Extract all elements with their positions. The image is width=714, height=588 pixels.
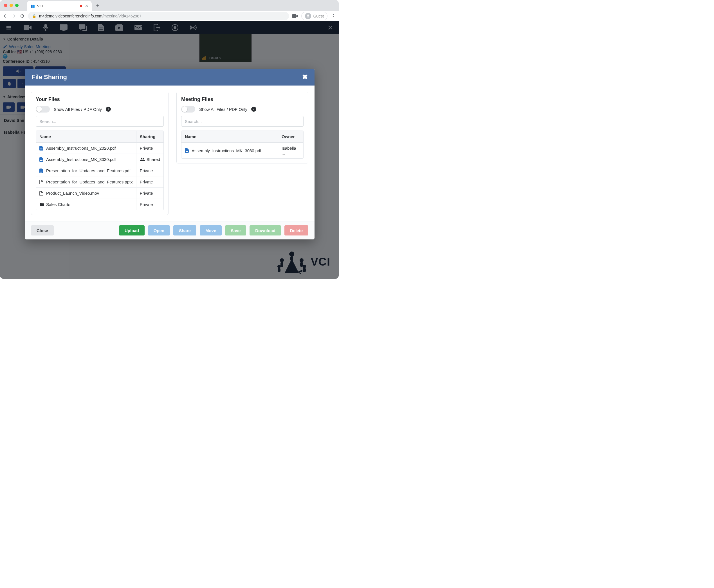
tab-favicon-icon: 👥 <box>30 4 35 8</box>
shared-users-icon <box>140 158 145 161</box>
pdf-file-icon <box>39 146 43 150</box>
profile-button[interactable]: Guest <box>301 12 328 20</box>
toggle-label: Show All Files / PDF Only <box>54 107 102 112</box>
camera-permission-icon[interactable] <box>292 14 298 18</box>
file-name: Assembly_Instructions_MK_2020.pdf <box>46 146 116 150</box>
folder-icon <box>39 203 43 206</box>
tab-bar: 👥 VCI ✕ ＋ <box>0 0 339 11</box>
file-sharing-modal: File Sharing ✖ Your Files Show All Files… <box>25 69 315 239</box>
url-host: m4demo.videoconferencinginfo.com <box>39 14 102 18</box>
sharing-cell: Private <box>140 146 160 150</box>
forward-button <box>11 14 16 19</box>
browser-tab[interactable]: 👥 VCI ✕ <box>27 1 92 11</box>
reload-button[interactable] <box>20 14 25 19</box>
modal-header: File Sharing ✖ <box>25 69 315 86</box>
table-row[interactable]: Assembly_Instructions_MK_2020.pdfPrivate <box>36 143 164 154</box>
file-name: Product_Launch_Video.mov <box>46 191 99 195</box>
file-name: Presentation_for_Updates_and_Features.pp… <box>46 180 133 184</box>
sharing-cell: Shared <box>140 157 160 162</box>
file-name: Assembly_Instructions_MK_3030.pdf <box>192 148 261 153</box>
profile-label: Guest <box>313 14 324 18</box>
window-controls[interactable] <box>4 4 19 7</box>
avatar-icon <box>305 13 311 19</box>
table-row[interactable]: Assembly_Instructions_MK_3030.pdfShared <box>36 154 164 165</box>
maximize-window-icon[interactable] <box>15 4 19 7</box>
modal-close-button[interactable]: ✖ <box>302 73 308 81</box>
tab-close-icon[interactable]: ✕ <box>85 4 88 8</box>
move-button[interactable]: Move <box>200 225 222 235</box>
sharing-cell: Private <box>140 168 160 173</box>
share-button[interactable]: Share <box>173 225 196 235</box>
table-row[interactable]: Sales ChartsPrivate <box>36 199 164 210</box>
browser-menu-button[interactable]: ⋮ <box>331 13 336 19</box>
col-name[interactable]: Name <box>182 131 278 143</box>
table-row[interactable]: Product_Launch_Video.movPrivate <box>36 188 164 199</box>
toggle-label: Show All Files / PDF Only <box>199 107 247 112</box>
back-button[interactable] <box>3 14 8 19</box>
minimize-window-icon[interactable] <box>9 4 13 7</box>
your-files-table: Name Sharing Assembly_Instructions_MK_20… <box>36 130 164 210</box>
close-button[interactable]: Close <box>31 225 54 235</box>
meeting-files-panel: Meeting Files Show All Files / PDF Only … <box>176 92 308 164</box>
download-button[interactable]: Download <box>250 225 281 235</box>
browser-chrome: 👥 VCI ✕ ＋ 🔒 m4demo.videoconferencinginfo… <box>0 0 339 21</box>
save-button[interactable]: Save <box>225 225 246 235</box>
browser-navbar: 🔒 m4demo.videoconferencinginfo.com/meeti… <box>0 11 339 21</box>
your-files-search-input[interactable] <box>36 116 164 127</box>
delete-button[interactable]: Delete <box>285 225 308 235</box>
open-button[interactable]: Open <box>148 225 170 235</box>
info-icon[interactable]: i <box>106 107 111 112</box>
file-name: Sales Charts <box>46 202 70 207</box>
owner-cell: Isabella ... <box>278 143 303 159</box>
pdf-file-icon <box>185 148 189 153</box>
file-icon <box>39 191 43 195</box>
meeting-files-table: Name Owner Assembly_Instructions_MK_3030… <box>181 130 303 159</box>
your-files-title: Your Files <box>36 97 164 102</box>
sharing-cell: Private <box>140 191 160 195</box>
col-name[interactable]: Name <box>36 131 136 143</box>
file-name: Presentation_for_Updates_and_Features.pd… <box>46 168 130 173</box>
file-name: Assembly_Instructions_MK_3030.pdf <box>46 157 116 162</box>
sharing-cell: Private <box>140 180 160 184</box>
pdf-file-icon <box>39 157 43 162</box>
pdf-only-toggle[interactable] <box>181 106 195 112</box>
tab-title: VCI <box>37 4 43 8</box>
col-sharing[interactable]: Sharing <box>136 131 164 143</box>
lock-icon: 🔒 <box>32 14 36 18</box>
your-files-panel: Your Files Show All Files / PDF Only i N… <box>31 92 169 215</box>
meeting-files-title: Meeting Files <box>181 97 303 102</box>
pdf-only-toggle[interactable] <box>36 106 50 112</box>
table-row[interactable]: Presentation_for_Updates_and_Features.pp… <box>36 176 164 188</box>
pdf-file-icon <box>39 169 43 173</box>
table-row[interactable]: Assembly_Instructions_MK_3030.pdfIsabell… <box>182 143 303 159</box>
new-tab-button[interactable]: ＋ <box>95 2 100 9</box>
sharing-cell: Private <box>140 202 160 207</box>
meeting-files-search-input[interactable] <box>181 116 303 127</box>
url-path: /meeting/?id=1462987 <box>102 14 142 18</box>
file-icon <box>39 180 43 184</box>
info-icon[interactable]: i <box>251 107 256 112</box>
address-bar[interactable]: 🔒 m4demo.videoconferencinginfo.com/meeti… <box>28 12 289 20</box>
close-window-icon[interactable] <box>4 4 7 7</box>
upload-button[interactable]: Upload <box>119 225 145 235</box>
modal-title: File Sharing <box>31 74 67 81</box>
modal-footer: Close Upload Open Share Move Save Downlo… <box>25 221 315 239</box>
recording-indicator-icon <box>80 5 82 7</box>
col-owner[interactable]: Owner <box>278 131 303 143</box>
table-row[interactable]: Presentation_for_Updates_and_Features.pd… <box>36 165 164 176</box>
